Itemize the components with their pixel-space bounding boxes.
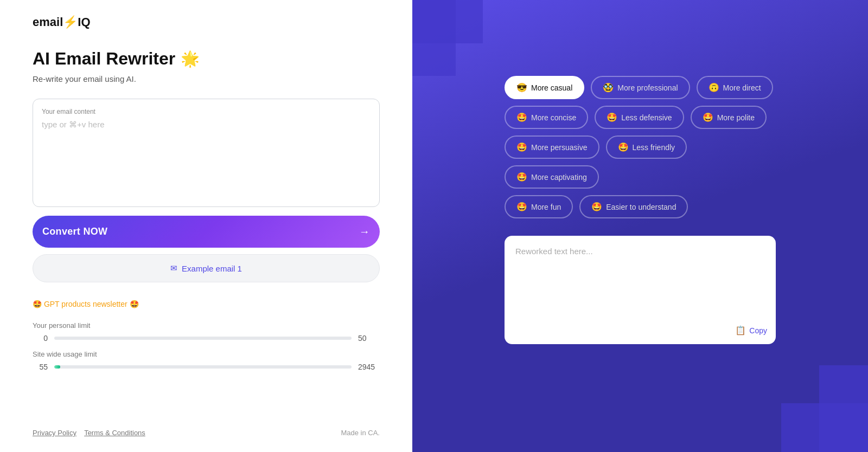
tone-btn-easier[interactable]: 🤩 Easier to understand	[579, 195, 688, 218]
left-panel: email⚡IQ AI Email Rewriter 🌟 Re-write yo…	[0, 0, 412, 452]
site-limit-row: 55 2945	[33, 363, 380, 371]
tone-btn-captivating[interactable]: 🤩 More captivating	[505, 165, 599, 189]
tone-label-captivating: More captivating	[531, 173, 587, 182]
copy-button[interactable]: 📋 Copy	[735, 325, 767, 335]
tone-btn-fun[interactable]: 🤩 More fun	[505, 195, 573, 218]
site-limit-max: 2945	[358, 363, 380, 371]
logo-iq: IQ	[78, 15, 90, 29]
email-input-label: Your email content	[42, 108, 371, 115]
star-icon: 🌟	[181, 50, 200, 68]
tone-emoji-less-friendly: 🤩	[618, 142, 629, 152]
tone-label-direct: More direct	[723, 83, 761, 92]
privacy-policy-link[interactable]: Privacy Policy	[33, 429, 76, 437]
tone-btn-concise[interactable]: 🤩 More concise	[505, 106, 588, 129]
site-limit-min: 55	[33, 363, 48, 371]
tone-label-persuasive: More persuasive	[531, 143, 588, 152]
convert-now-button[interactable]: Convert NOW →	[33, 216, 380, 248]
tone-btn-polite[interactable]: 🤩 More polite	[691, 106, 767, 129]
tone-label-fun: More fun	[531, 203, 561, 211]
personal-limit-min: 0	[33, 334, 48, 343]
tone-label-professional: More professional	[617, 83, 678, 92]
tone-label-less-defensive: Less defensive	[621, 113, 672, 122]
tone-emoji-persuasive: 🤩	[516, 142, 527, 152]
personal-limit-max: 50	[358, 334, 380, 343]
footer: Privacy Policy Terms & Conditions Made i…	[33, 420, 380, 437]
tone-row-4: 🤩 More fun 🤩 Easier to understand	[505, 195, 776, 218]
tone-emoji-less-defensive: 🤩	[607, 112, 617, 122]
email-textarea[interactable]	[42, 120, 371, 196]
deco-block-br2	[781, 403, 868, 452]
tone-grid: 😎 More casual 🥸 More professional 🙃 More…	[505, 76, 776, 218]
tone-label-easier: Easier to understand	[606, 203, 676, 211]
tone-btn-casual[interactable]: 😎 More casual	[505, 76, 584, 99]
tone-emoji-concise: 🤩	[516, 112, 527, 122]
newsletter-link[interactable]: 🤩 GPT products newsletter 🤩	[33, 300, 380, 308]
site-limit-label: Site wide usage limit	[33, 350, 380, 358]
tone-btn-persuasive[interactable]: 🤩 More persuasive	[505, 135, 599, 159]
tone-emoji-polite: 🤩	[703, 112, 713, 122]
tone-emoji-professional: 🥸	[603, 82, 614, 93]
mail-icon: ✉	[170, 263, 177, 273]
right-content: 😎 More casual 🥸 More professional 🙃 More…	[505, 76, 776, 344]
logo-email: email	[33, 15, 63, 29]
output-placeholder: Reworked text here...	[515, 247, 765, 256]
personal-limit-section: Your personal limit 0 50	[33, 321, 380, 343]
deco-block-tl2	[412, 0, 483, 43]
convert-arrow-icon: →	[359, 225, 370, 238]
footer-links: Privacy Policy Terms & Conditions	[33, 429, 145, 437]
tone-btn-direct[interactable]: 🙃 More direct	[697, 76, 773, 99]
example-email-button[interactable]: ✉ Example email 1	[33, 254, 380, 282]
tone-row-1: 😎 More casual 🥸 More professional 🙃 More…	[505, 76, 776, 99]
personal-limit-bar	[54, 337, 352, 340]
copy-label: Copy	[749, 326, 767, 335]
tone-emoji-easier: 🤩	[591, 202, 602, 212]
example-email-label: Example email 1	[182, 264, 242, 273]
tone-emoji-fun: 🤩	[516, 202, 527, 212]
tone-emoji-captivating: 🤩	[516, 172, 527, 182]
tone-btn-professional[interactable]: 🥸 More professional	[591, 76, 690, 99]
tone-label-casual: More casual	[531, 83, 572, 92]
copy-icon: 📋	[735, 325, 746, 335]
tone-label-concise: More concise	[531, 113, 576, 122]
logo-lightning-icon: ⚡	[63, 15, 78, 29]
right-panel: 😎 More casual 🥸 More professional 🙃 More…	[412, 0, 868, 452]
output-box: Reworked text here... 📋 Copy	[505, 236, 776, 344]
site-limit-section: Site wide usage limit 55 2945	[33, 350, 380, 371]
tone-label-less-friendly: Less friendly	[633, 143, 675, 152]
tone-emoji-direct: 🙃	[709, 82, 719, 93]
convert-now-label: Convert NOW	[42, 226, 107, 237]
page-title-text: AI Email Rewriter	[33, 49, 175, 69]
site-limit-fill	[54, 365, 60, 369]
email-input-container: Your email content	[33, 99, 380, 207]
tone-btn-less-friendly[interactable]: 🤩 Less friendly	[606, 135, 687, 159]
page-subtitle: Re-write your email using AI.	[33, 74, 380, 83]
tone-label-polite: More polite	[717, 113, 755, 122]
page-title: AI Email Rewriter 🌟	[33, 49, 380, 69]
terms-link[interactable]: Terms & Conditions	[84, 429, 145, 437]
personal-limit-row: 0 50	[33, 334, 380, 343]
site-limit-bar	[54, 365, 352, 369]
tone-row-3: 🤩 More persuasive 🤩 Less friendly 🤩 More…	[505, 135, 776, 189]
tone-emoji-casual: 😎	[516, 82, 527, 93]
logo: email⚡IQ	[33, 15, 380, 29]
footer-made-in: Made in CA.	[341, 429, 380, 437]
personal-limit-label: Your personal limit	[33, 321, 380, 330]
tone-row-2: 🤩 More concise 🤩 Less defensive 🤩 More p…	[505, 106, 776, 129]
tone-btn-less-defensive[interactable]: 🤩 Less defensive	[595, 106, 684, 129]
